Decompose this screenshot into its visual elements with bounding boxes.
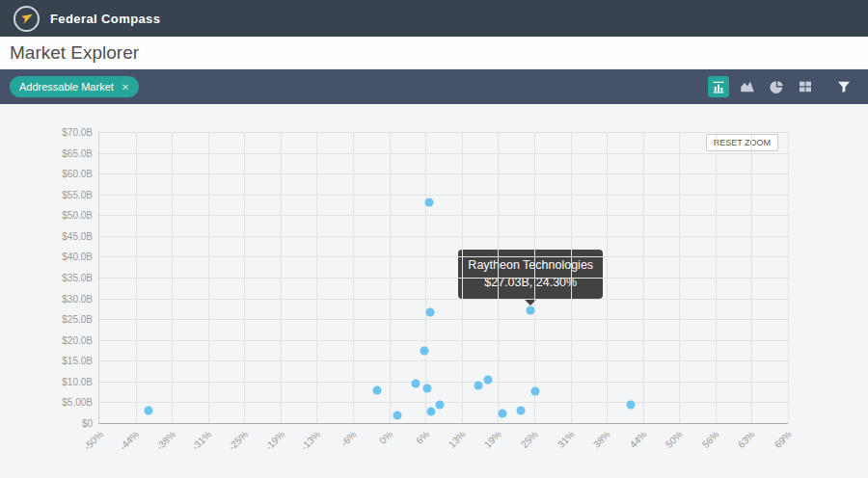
x-axis-tick-label: 38% xyxy=(591,429,612,450)
scatter-point[interactable] xyxy=(426,407,435,415)
x-axis-tick-label: -31% xyxy=(190,429,213,452)
h-gridline xyxy=(99,256,788,257)
h-gridline xyxy=(99,153,788,154)
v-gridline xyxy=(643,132,644,423)
x-axis-tick-label: 13% xyxy=(447,429,468,450)
filter-funnel-button[interactable] xyxy=(833,76,854,97)
area-chart-icon xyxy=(739,78,756,95)
y-axis-tick-label: $60.0B xyxy=(62,169,93,179)
x-axis-tick-label: -6% xyxy=(339,429,358,448)
scatter-point[interactable] xyxy=(474,381,482,389)
v-gridline xyxy=(172,132,173,423)
y-axis-tick-label: $15.0B xyxy=(62,356,93,366)
v-gridline xyxy=(716,132,717,423)
scatter-point[interactable] xyxy=(393,411,402,419)
h-gridline xyxy=(99,299,788,300)
y-axis-tick-label: $70.0B xyxy=(62,127,93,138)
v-gridline xyxy=(353,132,354,423)
filter-chip-addressable-market[interactable]: Addressable Market ✕ xyxy=(10,76,139,97)
y-axis-tick-label: $50.0B xyxy=(62,210,93,221)
compass-logo-icon[interactable] xyxy=(14,6,40,32)
v-gridline xyxy=(244,132,245,423)
v-gridline xyxy=(498,132,499,423)
scatter-point[interactable] xyxy=(422,384,431,392)
x-axis-tick-label: 63% xyxy=(736,429,757,450)
scatter-point[interactable] xyxy=(425,307,434,316)
bar-chart-view-button[interactable] xyxy=(708,76,729,97)
v-gridline xyxy=(462,132,463,423)
scatter-point[interactable] xyxy=(144,407,152,415)
h-gridline xyxy=(99,132,788,133)
x-axis-tick-label: 50% xyxy=(664,429,685,450)
chart-type-toolbar xyxy=(708,76,854,97)
h-gridline xyxy=(99,278,788,279)
x-axis-tick-label: 69% xyxy=(773,429,794,450)
scatter-point[interactable] xyxy=(412,380,420,388)
grid-view-button[interactable] xyxy=(795,76,816,97)
v-gridline xyxy=(208,132,209,423)
scatter-point[interactable] xyxy=(626,401,635,410)
page-title: Market Explorer xyxy=(10,42,139,64)
v-gridline xyxy=(281,132,282,423)
scatter-point[interactable] xyxy=(425,199,434,207)
x-axis-tick-label: 19% xyxy=(482,429,503,450)
h-gridline xyxy=(99,236,788,237)
y-axis-tick-label: $45.0B xyxy=(62,230,93,241)
reset-zoom-button[interactable]: RESET ZOOM xyxy=(706,134,778,151)
h-gridline xyxy=(99,340,788,341)
v-gridline xyxy=(751,132,752,423)
app-header: Federal Compass xyxy=(0,0,868,37)
x-axis-tick-label: 6% xyxy=(414,429,431,446)
app-title: Federal Compass xyxy=(50,12,160,26)
v-gridline xyxy=(679,132,680,423)
x-axis-tick-label: -13% xyxy=(299,429,322,452)
v-gridline xyxy=(136,132,137,423)
y-axis-tick-label: $55.0B xyxy=(62,189,93,199)
plot-area: RESET ZOOM Raytheon Technologies $27.03B… xyxy=(98,132,788,424)
y-axis-tick-label: $35.0B xyxy=(62,273,93,283)
x-axis-tick-label: 56% xyxy=(700,429,721,450)
y-axis-tick-label: $5.00B xyxy=(62,397,93,408)
pie-chart-icon xyxy=(769,79,785,95)
chart-content-area: RESET ZOOM Raytheon Technologies $27.03B… xyxy=(0,104,868,478)
navigation-arrow-icon xyxy=(19,12,34,26)
h-gridline xyxy=(99,319,788,320)
x-axis-tick-label: -38% xyxy=(154,429,177,452)
h-gridline xyxy=(99,195,788,196)
tooltip-value: $27.03B, 24.30% xyxy=(468,274,593,291)
scatter-point[interactable] xyxy=(531,386,540,395)
v-gridline xyxy=(425,132,426,423)
chip-remove-icon[interactable]: ✕ xyxy=(122,82,129,93)
area-chart-view-button[interactable] xyxy=(737,76,758,97)
h-gridline xyxy=(99,382,788,383)
x-axis-tick-label: 44% xyxy=(628,429,649,450)
x-axis-tick-label: -50% xyxy=(81,429,104,452)
scatter-point[interactable] xyxy=(516,407,525,415)
grid-icon xyxy=(798,79,813,94)
bar-chart-icon xyxy=(711,79,726,94)
y-axis-tick-label: $0 xyxy=(82,418,93,429)
x-axis-tick-label: -25% xyxy=(227,429,250,452)
funnel-icon xyxy=(836,79,852,94)
v-gridline xyxy=(571,132,572,423)
x-axis-tick-label: 25% xyxy=(519,429,540,450)
scatter-point[interactable] xyxy=(420,346,429,355)
h-gridline xyxy=(99,360,788,361)
h-gridline xyxy=(99,215,788,216)
x-axis-tick-label: 0% xyxy=(377,429,394,446)
scatter-point[interactable] xyxy=(483,375,492,384)
y-axis-tick-label: $40.0B xyxy=(62,252,93,262)
scatter-point[interactable] xyxy=(435,401,444,410)
scatter-point-raytheon-technologies[interactable] xyxy=(526,306,534,315)
pie-chart-view-button[interactable] xyxy=(766,76,787,97)
h-gridline xyxy=(99,173,788,174)
x-axis-tick-label: -19% xyxy=(262,429,285,452)
v-gridline xyxy=(534,132,535,423)
x-axis-tick-label: 31% xyxy=(555,429,576,450)
page-title-bar: Market Explorer xyxy=(0,37,868,69)
y-axis-tick-label: $30.0B xyxy=(62,293,93,304)
app-window: Federal Compass Market Explorer Addressa… xyxy=(0,0,868,478)
y-axis-tick-label: $65.0B xyxy=(62,147,93,158)
scatter-point[interactable] xyxy=(499,410,507,418)
scatter-point[interactable] xyxy=(373,385,382,394)
